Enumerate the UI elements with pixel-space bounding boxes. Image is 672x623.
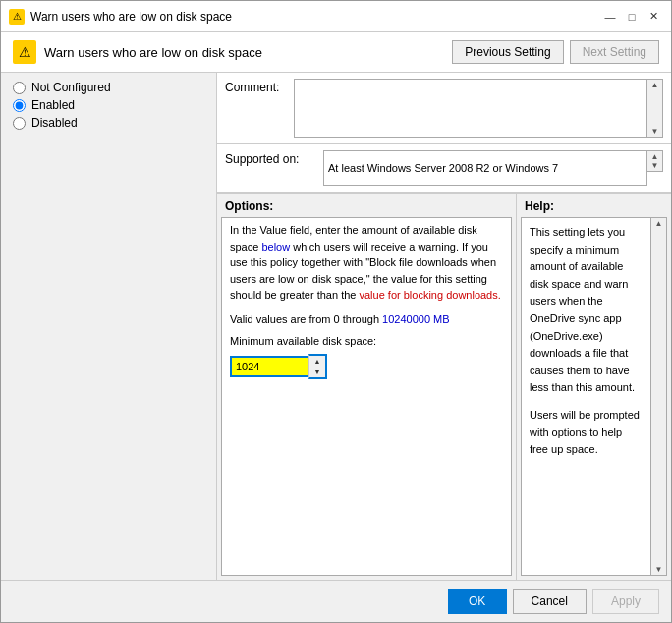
help-paragraph2: Users will be prompted with options to h… bbox=[530, 407, 643, 459]
footer: OK Cancel Apply bbox=[1, 580, 671, 622]
supported-value: At least Windows Server 2008 R2 or Windo… bbox=[323, 150, 647, 186]
minimize-button[interactable]: — bbox=[600, 7, 620, 27]
options-title: Options: bbox=[217, 194, 516, 217]
window-title: Warn users who are low on disk space bbox=[30, 10, 232, 24]
header-buttons: Previous Setting Next Setting bbox=[452, 40, 659, 64]
left-panel: Not Configured Enabled Disabled bbox=[1, 73, 217, 580]
help-scroll-down: ▼ bbox=[655, 565, 663, 574]
ok-button[interactable]: OK bbox=[448, 589, 507, 614]
not-configured-label: Not Configured bbox=[31, 81, 111, 94]
options-max-value: 10240000 MB bbox=[382, 313, 450, 325]
title-controls: — □ ✕ bbox=[600, 7, 663, 27]
supported-scroll-up: ▲ bbox=[651, 152, 659, 161]
comment-scrollbar: ▲ ▼ bbox=[647, 79, 663, 138]
cancel-button[interactable]: Cancel bbox=[513, 589, 587, 614]
content: Not Configured Enabled Disabled Comment: bbox=[1, 73, 671, 580]
spinner-label: Minimum available disk space: bbox=[230, 333, 503, 350]
supported-scroll-down: ▼ bbox=[651, 161, 659, 170]
options-valid-values: Valid values are from 0 through 10240000… bbox=[230, 312, 503, 328]
comment-textarea[interactable] bbox=[294, 79, 647, 138]
spinner-container: ▲ ▼ bbox=[230, 354, 503, 379]
options-content: In the Value field, enter the amount of … bbox=[221, 217, 512, 576]
help-content-wrapper: This setting lets you specify a minimum … bbox=[521, 217, 667, 576]
title-bar: ⚠ Warn users who are low on disk space —… bbox=[1, 1, 671, 32]
scroll-up-arrow: ▲ bbox=[651, 81, 659, 89]
radio-group: Not Configured Enabled Disabled bbox=[13, 81, 204, 130]
next-setting-button[interactable]: Next Setting bbox=[570, 40, 659, 64]
options-paragraph1: In the Value field, enter the amount of … bbox=[230, 222, 503, 304]
spinner-buttons: ▲ ▼ bbox=[308, 354, 327, 379]
not-configured-radio[interactable] bbox=[13, 82, 26, 94]
header-icon: ⚠ bbox=[13, 40, 36, 64]
title-bar-left: ⚠ Warn users who are low on disk space bbox=[9, 9, 232, 25]
help-title: Help: bbox=[517, 194, 671, 217]
enabled-radio[interactable] bbox=[13, 99, 26, 112]
enabled-option[interactable]: Enabled bbox=[13, 98, 204, 112]
spin-up-button[interactable]: ▲ bbox=[309, 356, 325, 367]
close-button[interactable]: ✕ bbox=[644, 7, 663, 27]
help-paragraph1: This setting lets you specify a minimum … bbox=[530, 224, 643, 397]
previous-setting-button[interactable]: Previous Setting bbox=[452, 40, 563, 64]
help-scrollbar: ▲ ▼ bbox=[651, 217, 667, 576]
help-section: Help: This setting lets you specify a mi… bbox=[517, 193, 671, 580]
comment-label: Comment: bbox=[225, 79, 294, 138]
options-highlight-value: value for blocking downloads. bbox=[359, 289, 500, 301]
maximize-button[interactable]: □ bbox=[622, 7, 642, 27]
disabled-label: Disabled bbox=[31, 116, 78, 130]
comment-section: Comment: ▲ ▼ bbox=[217, 73, 671, 144]
help-scroll-up: ▲ bbox=[655, 219, 663, 228]
header-title: Warn users who are low on disk space bbox=[44, 45, 262, 60]
disk-space-input[interactable] bbox=[230, 356, 308, 377]
supported-scrollbar: ▲ ▼ bbox=[647, 150, 663, 172]
window-icon: ⚠ bbox=[9, 9, 25, 25]
scroll-down-arrow: ▼ bbox=[651, 127, 659, 136]
spin-down-button[interactable]: ▼ bbox=[309, 367, 325, 377]
options-section: Options: In the Value field, enter the a… bbox=[217, 193, 517, 580]
window: ⚠ Warn users who are low on disk space —… bbox=[0, 0, 672, 623]
supported-label: Supported on: bbox=[225, 150, 323, 166]
help-content: This setting lets you specify a minimum … bbox=[521, 217, 651, 576]
not-configured-option[interactable]: Not Configured bbox=[13, 81, 204, 94]
sections-row: Options: In the Value field, enter the a… bbox=[217, 193, 671, 580]
header-left: ⚠ Warn users who are low on disk space bbox=[13, 40, 262, 64]
disabled-radio[interactable] bbox=[13, 117, 26, 130]
disabled-option[interactable]: Disabled bbox=[13, 116, 204, 130]
header-bar: ⚠ Warn users who are low on disk space P… bbox=[1, 32, 671, 73]
apply-button[interactable]: Apply bbox=[592, 589, 659, 614]
right-panel: Comment: ▲ ▼ Supported on: At least Wind… bbox=[217, 73, 671, 580]
enabled-label: Enabled bbox=[31, 98, 75, 112]
supported-section: Supported on: At least Windows Server 20… bbox=[217, 144, 671, 193]
options-highlight-below: below bbox=[261, 241, 290, 253]
